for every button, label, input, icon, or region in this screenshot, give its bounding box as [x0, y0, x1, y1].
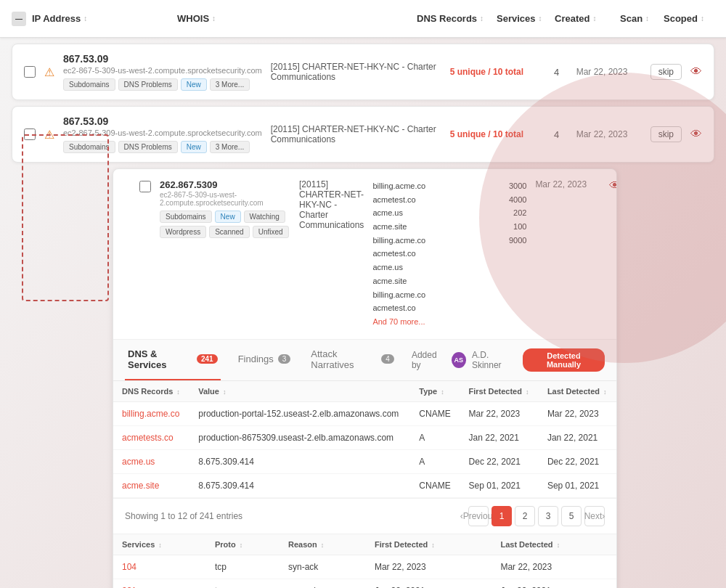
service-port-link[interactable]: 104: [113, 555, 206, 579]
exp-tag-unfixed[interactable]: Unfixed: [253, 226, 289, 238]
dns-first-detected: Mar 22, 2023: [460, 401, 539, 425]
exp-tag-scanned[interactable]: Scanned: [209, 226, 249, 238]
col-dns-records[interactable]: DNS Records ↕: [417, 13, 497, 24]
tab-findings-label: Findings: [238, 354, 274, 364]
service-count: 4: [546, 67, 568, 78]
tab-dns-services[interactable]: DNS & Services 241: [125, 340, 221, 380]
tab-attack-label: Attack Narratives: [311, 348, 377, 370]
srv-col-sort: ↕: [158, 542, 162, 549]
ip-block: 867.53.09 ec2-867-5-309-us-west-2.comput…: [63, 53, 262, 91]
tab-dns-services-label: DNS & Services: [128, 348, 192, 370]
more-dns-link[interactable]: And 70 more...: [372, 315, 489, 329]
dns-entry: acmetest.co: [372, 301, 489, 315]
last-col-label: Last Detected: [547, 387, 600, 396]
tag-dns-problems[interactable]: DNS Problems: [118, 78, 178, 91]
dns-entry: acme.us: [372, 206, 489, 220]
proto-col-header: Proto ↕: [206, 534, 280, 555]
dns-page-1[interactable]: 1: [492, 506, 512, 526]
dns-value: production-portal-152.useast-2.elb.amazo…: [189, 401, 410, 425]
tag-subdomains[interactable]: Subdomains: [63, 78, 115, 91]
dns-count: 5 unique / 10 total: [450, 67, 537, 77]
reason-col-sort: ↕: [321, 542, 325, 549]
dns-last-detected: Dec 22, 2021: [539, 449, 616, 473]
col-services[interactable]: Services ↕: [497, 13, 555, 24]
row-checkbox[interactable]: [24, 66, 36, 78]
col-whois[interactable]: WHOIS ↕: [177, 13, 417, 24]
col-services-sort: ↕: [539, 15, 542, 23]
dns-first-detected: Jan 22, 2021: [460, 425, 539, 449]
value-col-header: Value ↕: [189, 381, 410, 402]
expanded-dns-records: billing.acme.co acmetest.co acme.us acme…: [372, 179, 489, 329]
dns-page-controls: ‹ Previous 1 2 3 5 Next ›: [468, 506, 605, 526]
dns-record-link[interactable]: acme.site: [113, 473, 189, 497]
tag-more[interactable]: 3 More...: [210, 78, 250, 91]
dns-last-detected: Jan 22, 2021: [539, 425, 616, 449]
tab-findings-badge: 3: [278, 354, 291, 364]
service-proto: tcp: [206, 555, 280, 579]
minimize-button[interactable]: —: [12, 12, 26, 26]
tab-attack-narratives[interactable]: Attack Narratives 4: [308, 340, 397, 380]
dns-page-2[interactable]: 2: [515, 506, 535, 526]
dns-entry: acme.us: [372, 261, 489, 274]
srv-first-col-header: First Detected ↕: [366, 534, 492, 555]
tab-findings[interactable]: Findings 3: [235, 345, 294, 375]
srv-last-col-header: Last Detected ↕: [492, 534, 616, 555]
dns-record-link[interactable]: billing.acme.co: [113, 401, 189, 425]
value-col-label: Value: [198, 387, 219, 396]
col-dns-label: DNS Records: [417, 13, 477, 24]
dns-first-detected: Dec 22, 2021: [460, 449, 539, 473]
dns-table-row: acmetests.co production-8675309.useast-2…: [113, 425, 616, 449]
col-scoped[interactable]: Scoped ↕: [664, 13, 714, 24]
tag-dns-problems[interactable]: DNS Problems: [118, 141, 178, 153]
col-services-label: Services: [497, 13, 536, 24]
reason-col-header: Reason ↕: [280, 534, 366, 555]
service-port-link[interactable]: 221: [113, 579, 206, 588]
expanded-whois: [20115] CHARTER-NET-HKY-NC - Charter Com…: [299, 179, 364, 230]
hostname: ec2-867-5-309-us-west-2.compute.sprocket…: [63, 66, 262, 75]
dns-table-row: acme.us 8.675.309.414 A Dec 22, 2021 Dec…: [113, 449, 616, 473]
dns-value: 8.675.309.414: [189, 473, 410, 497]
last-col-sort: ↕: [603, 388, 607, 396]
dns-col-sort: ↕: [176, 388, 180, 396]
dns-entry: acme.site: [372, 220, 489, 234]
proto-col-sort: ↕: [240, 542, 243, 549]
dns-page-3[interactable]: 3: [538, 506, 558, 526]
expanded-ip: 262.867.5309: [160, 179, 290, 190]
dns-prev-button[interactable]: ‹ Previous: [468, 506, 489, 526]
dns-record-link[interactable]: acmetests.co: [113, 425, 189, 449]
type-col-label: Type: [419, 387, 437, 396]
exp-tag-subdomains[interactable]: Subdomains: [160, 211, 212, 223]
dns-entry: acmetest.co: [372, 193, 489, 207]
srv-first-col-label: First Detected: [375, 540, 428, 549]
col-ip-address[interactable]: IP Address ↕: [32, 13, 177, 24]
dns-first-detected: Sep 01, 2021: [460, 473, 539, 497]
col-ip-label: IP Address: [32, 13, 81, 24]
srv-last-col-label: Last Detected: [500, 540, 552, 549]
dns-record-link[interactable]: acme.us: [113, 449, 189, 473]
expanded-checkbox[interactable]: [139, 181, 151, 192]
ip-address: 867.53.09: [63, 115, 262, 127]
eye-icon[interactable]: 👁: [690, 65, 702, 78]
dns-entry: billing.acme.co: [372, 179, 489, 193]
dns-next-button[interactable]: Next ›: [584, 506, 605, 526]
expanded-host: ec2-867-5-309-us-west-2.compute.sprocket…: [160, 191, 290, 207]
col-created[interactable]: Created ↕: [555, 13, 620, 24]
service-last-detected: Mar 22, 2023: [492, 555, 616, 579]
dns-type: CNAME: [410, 473, 460, 497]
ip-address: 867.53.09: [63, 53, 262, 65]
tag-new[interactable]: New: [181, 141, 207, 153]
tab-attack-badge: 4: [381, 354, 394, 364]
col-scan[interactable]: Scan ↕: [620, 13, 664, 24]
tag-more[interactable]: 3 More...: [210, 141, 250, 153]
exp-tag-wordpress[interactable]: Wordpress: [160, 226, 206, 238]
exp-tag-watching[interactable]: Watching: [244, 211, 285, 223]
col-created-sort: ↕: [592, 15, 596, 23]
service-reason: syn-ack: [280, 579, 366, 588]
last-col-header: Last Detected ↕: [539, 381, 616, 402]
dns-showing-text: Showing 1 to 12 of 241 entries: [125, 511, 242, 521]
dns-col-header: DNS Records ↕: [113, 381, 189, 402]
exp-tag-new[interactable]: New: [215, 211, 241, 223]
dns-type: A: [410, 449, 460, 473]
dns-page-5[interactable]: 5: [561, 506, 582, 526]
tag-new[interactable]: New: [181, 78, 207, 91]
